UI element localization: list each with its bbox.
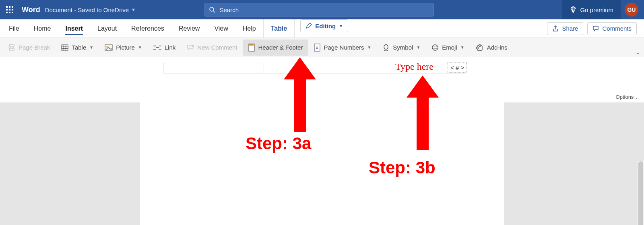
chevron-down-icon: ⌄ bbox=[635, 96, 638, 100]
symbol-icon bbox=[382, 44, 390, 51]
pencil-icon bbox=[305, 23, 312, 29]
svg-point-28 bbox=[434, 46, 435, 47]
tab-references[interactable]: References bbox=[124, 19, 171, 38]
chevron-down-icon: ▼ bbox=[339, 24, 343, 28]
document-title-dropdown[interactable]: Document - Saved to OneDrive ▼ bbox=[45, 6, 140, 13]
new-comment-label: New Comment bbox=[197, 44, 237, 51]
svg-rect-11 bbox=[9, 44, 14, 47]
new-comment-button[interactable]: New Comment bbox=[181, 40, 243, 56]
diamond-icon bbox=[570, 6, 577, 13]
svg-rect-4 bbox=[9, 9, 10, 10]
title-bar: Word Document - Saved to OneDrive ▼ Go p… bbox=[0, 0, 644, 19]
tab-view[interactable]: View bbox=[207, 19, 235, 38]
scrollbar-thumb[interactable] bbox=[638, 161, 643, 225]
picture-button[interactable]: Picture ▼ bbox=[99, 40, 148, 56]
link-label: Link bbox=[165, 44, 176, 51]
vertical-scrollbar[interactable] bbox=[638, 161, 644, 225]
tab-layout[interactable]: Layout bbox=[90, 19, 124, 38]
document-area: Type here < # > Options ⌄ Step: 3a Step:… bbox=[0, 57, 644, 225]
page-break-button[interactable]: Page Break bbox=[2, 40, 56, 56]
svg-rect-12 bbox=[9, 48, 14, 51]
chevron-down-icon: ▼ bbox=[138, 45, 142, 50]
editing-mode-dropdown[interactable]: Editing ▼ bbox=[300, 19, 348, 32]
svg-rect-7 bbox=[9, 12, 10, 13]
chevron-down-icon: ▼ bbox=[460, 45, 464, 50]
share-button[interactable]: Share bbox=[547, 22, 583, 35]
emoji-icon bbox=[431, 44, 439, 51]
search-box[interactable] bbox=[204, 3, 434, 17]
type-here-hint: Type here bbox=[395, 61, 433, 72]
svg-rect-3 bbox=[6, 9, 8, 10]
symbol-label: Symbol bbox=[393, 44, 413, 51]
tab-file[interactable]: File bbox=[2, 19, 27, 38]
page-numbers-icon: # bbox=[314, 44, 320, 52]
search-input[interactable] bbox=[219, 6, 429, 13]
svg-rect-8 bbox=[12, 12, 13, 13]
header-cell-center[interactable] bbox=[264, 63, 365, 73]
new-comment-icon bbox=[187, 44, 194, 51]
table-button[interactable]: Table ▼ bbox=[56, 40, 99, 56]
page-header-band: Type here < # > Options ⌄ bbox=[0, 57, 644, 102]
header-footer-button[interactable]: Header & Footer bbox=[243, 40, 308, 56]
chevron-down-icon: ▼ bbox=[131, 7, 136, 12]
svg-point-31 bbox=[476, 47, 478, 49]
document-page[interactable] bbox=[140, 102, 504, 225]
table-icon bbox=[61, 44, 68, 51]
page-break-label: Page Break bbox=[19, 44, 50, 51]
svg-rect-2 bbox=[12, 6, 13, 8]
editing-mode-label: Editing bbox=[315, 23, 336, 29]
go-premium-label: Go premium bbox=[580, 6, 613, 13]
svg-text:#: # bbox=[316, 46, 319, 50]
go-premium-button[interactable]: Go premium bbox=[562, 0, 621, 19]
tab-review[interactable]: Review bbox=[171, 19, 207, 38]
emoji-button[interactable]: Emoji ▼ bbox=[426, 40, 470, 56]
tab-insert[interactable]: Insert bbox=[58, 19, 90, 38]
avatar[interactable]: GU bbox=[625, 3, 638, 17]
comments-button[interactable]: Comments bbox=[587, 22, 637, 35]
app-launcher-icon[interactable] bbox=[0, 6, 19, 13]
header-cell-left[interactable] bbox=[163, 63, 264, 73]
svg-line-10 bbox=[213, 11, 215, 12]
svg-rect-5 bbox=[12, 9, 13, 10]
comments-label: Comments bbox=[602, 25, 632, 32]
tab-help[interactable]: Help bbox=[235, 19, 263, 38]
header-footer-label: Header & Footer bbox=[258, 44, 303, 51]
svg-rect-0 bbox=[6, 6, 8, 8]
page-numbers-button[interactable]: # Page Numbers ▼ bbox=[308, 40, 377, 56]
header-options-button[interactable]: Options ⌄ bbox=[616, 94, 638, 100]
svg-point-20 bbox=[106, 46, 108, 48]
page-number-placeholder-label: < # > bbox=[450, 64, 464, 71]
tab-home[interactable]: Home bbox=[27, 19, 58, 38]
page-numbers-label: Page Numbers bbox=[324, 44, 364, 51]
svg-rect-6 bbox=[6, 12, 8, 13]
svg-rect-14 bbox=[62, 45, 68, 50]
share-icon bbox=[552, 25, 559, 32]
table-label: Table bbox=[72, 44, 86, 51]
svg-point-32 bbox=[479, 44, 481, 46]
addins-button[interactable]: Add-ins bbox=[470, 40, 513, 56]
addins-icon bbox=[476, 44, 484, 51]
tab-table-context[interactable]: Table bbox=[263, 19, 295, 38]
picture-icon bbox=[105, 44, 113, 51]
link-icon bbox=[153, 45, 161, 50]
header-footer-icon bbox=[248, 44, 255, 52]
addins-label: Add-ins bbox=[487, 44, 508, 51]
collapse-ribbon-chevron[interactable]: ⌄ bbox=[636, 50, 640, 55]
app-name: Word bbox=[19, 6, 45, 14]
page-background bbox=[0, 102, 644, 225]
chevron-down-icon: ▼ bbox=[367, 45, 371, 50]
emoji-label: Emoji bbox=[442, 44, 457, 51]
page-break-icon bbox=[8, 44, 15, 51]
chevron-down-icon: ▼ bbox=[416, 45, 420, 50]
share-label: Share bbox=[562, 25, 578, 32]
comment-icon bbox=[592, 25, 599, 32]
symbol-button[interactable]: Symbol ▼ bbox=[377, 40, 426, 56]
page-number-placeholder[interactable]: < # > bbox=[448, 62, 467, 73]
document-title-label: Document - Saved to OneDrive bbox=[45, 6, 129, 13]
picture-label: Picture bbox=[116, 44, 135, 51]
link-button[interactable]: Link bbox=[148, 40, 182, 56]
search-icon bbox=[209, 6, 215, 13]
header-options-label: Options bbox=[616, 94, 634, 100]
ribbon: Page Break Table ▼ Picture ▼ Link New Co… bbox=[0, 38, 644, 57]
svg-point-29 bbox=[436, 46, 437, 47]
